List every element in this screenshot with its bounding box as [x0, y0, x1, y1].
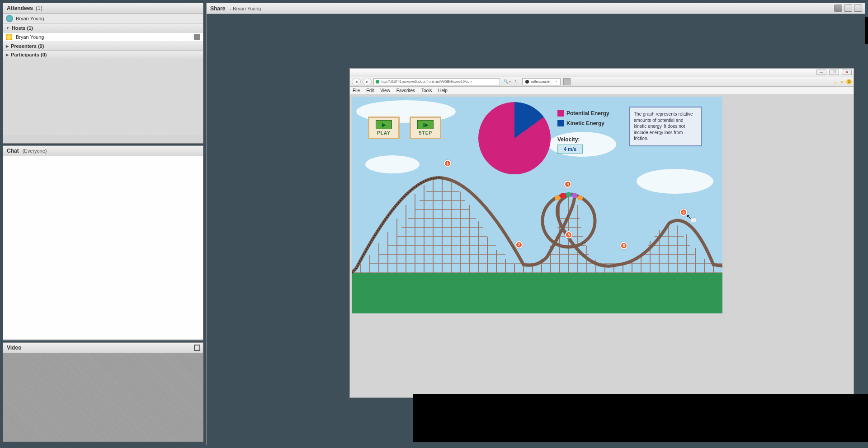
refresh-icon[interactable]: ↻ — [514, 79, 518, 84]
browser-tab[interactable]: rollercoaster × — [522, 78, 561, 85]
forward-button[interactable]: ► — [363, 78, 372, 86]
video-title: Video — [7, 345, 21, 351]
attendee-self-name: Bryan Young — [16, 16, 44, 21]
shared-browser-window: — ☐ ✕ ◄ ► http://d3tt741pwxqwn0.cloudfro… — [349, 68, 854, 398]
browser-menu-bar: File Edit View Favorites Tools Help — [350, 87, 854, 95]
address-url: http://d3tt741pwxqwn0.cloudfront.net/WGB… — [381, 79, 472, 84]
sim-ground — [352, 273, 722, 313]
participants-group-header[interactable]: ▶ Participants (0) — [3, 51, 203, 59]
share-pane: Share - Bryan Young — ☐ ✕ — [206, 3, 865, 445]
attendees-panel: Attendees (1) Bryan Young ▼ Hosts (1) Br… — [3, 3, 203, 144]
rollercoaster-sim: ▶ PLAY |▶ STEP — [352, 97, 722, 313]
chat-title: Chat — [7, 148, 19, 154]
chat-body[interactable] — [3, 156, 203, 339]
app-workspace: Attendees (1) Bryan Young ▼ Hosts (1) Br… — [0, 0, 868, 448]
chevron-right-icon: ▶ — [6, 44, 9, 48]
menu-tools[interactable]: Tools — [421, 88, 432, 93]
chevron-right-icon: ▶ — [6, 53, 9, 57]
chat-panel: Chat (Everyone) — [3, 145, 203, 341]
svg-point-61 — [566, 192, 571, 197]
tab-close-icon[interactable]: × — [555, 79, 557, 84]
back-button[interactable]: ◄ — [352, 78, 361, 86]
window-controls: — ☐ ✕ — [816, 70, 852, 75]
track-marker-3[interactable]: 3 — [565, 231, 572, 238]
svg-point-59 — [555, 195, 560, 201]
hosts-label: Hosts (1) — [12, 25, 33, 31]
presenters-group-header[interactable]: ▶ Presenters (0) — [3, 42, 203, 51]
track-graphic — [352, 97, 722, 277]
share-header: Share - Bryan Young — [207, 3, 865, 14]
attendees-empty-area — [3, 59, 203, 135]
host-icon — [6, 34, 12, 40]
svg-point-60 — [560, 193, 566, 198]
participants-label: Participants (0) — [11, 52, 47, 57]
mic-icon[interactable] — [194, 34, 200, 40]
page-content: ▶ PLAY |▶ STEP — [350, 95, 854, 397]
menu-help[interactable]: Help — [438, 88, 448, 93]
attendees-title: Attendees — [7, 5, 33, 11]
chat-header[interactable]: Chat (Everyone) — [3, 146, 203, 156]
svg-point-62 — [572, 193, 577, 198]
share-presenter: - Bryan Young — [230, 6, 261, 11]
search-icon[interactable]: 🔍 ▾ — [502, 79, 513, 84]
video-body — [3, 353, 203, 442]
track-marker-2[interactable]: 2 — [515, 241, 523, 248]
left-column: Attendees (1) Bryan Young ▼ Hosts (1) Br… — [3, 3, 203, 445]
share-content: — ☐ ✕ ◄ ► http://d3tt741pwxqwn0.cloudfro… — [207, 14, 865, 445]
share-title: Share — [210, 5, 225, 12]
cursor-tooltip-icon — [691, 218, 696, 222]
fullscreen-icon[interactable] — [194, 345, 200, 351]
fullscreen-button[interactable] — [854, 5, 862, 12]
video-panel: Video — [3, 342, 203, 442]
track-marker-5[interactable]: 5 — [620, 242, 627, 249]
host-name: Bryan Young — [16, 34, 44, 40]
chat-scope: (Everyone) — [23, 148, 47, 154]
tab-title: rollercoaster — [531, 79, 551, 84]
chevron-down-icon: ▼ — [6, 26, 9, 30]
window-titlebar[interactable]: — ☐ ✕ — [350, 69, 854, 77]
window-maximize-button[interactable]: ☐ — [829, 70, 839, 75]
tab-favicon-icon — [525, 80, 529, 84]
menu-favorites[interactable]: Favorites — [396, 88, 415, 93]
presenters-label: Presenters (0) — [11, 43, 44, 49]
video-header[interactable]: Video — [3, 343, 203, 353]
track-marker-4[interactable]: 4 — [564, 181, 571, 188]
attendees-count: (1) — [36, 5, 42, 11]
share-view-controls — [834, 5, 862, 12]
favorite-icon[interactable]: ★ — [840, 79, 844, 84]
view-mode-button[interactable] — [844, 5, 852, 12]
attendee-self-row[interactable]: Bryan Young — [3, 14, 203, 24]
hosts-group-header[interactable]: ▼ Hosts (1) — [3, 24, 203, 33]
feedback-icon[interactable]: ☺ — [846, 79, 852, 84]
browser-toolbar: ◄ ► http://d3tt741pwxqwn0.cloudfront.net… — [350, 77, 854, 87]
share-black-bottom — [413, 394, 868, 442]
menu-view[interactable]: View — [380, 88, 390, 93]
svg-point-63 — [577, 195, 583, 201]
window-minimize-button[interactable]: — — [816, 70, 826, 75]
view-mode-button[interactable] — [834, 5, 842, 12]
speaker-icon — [6, 15, 13, 22]
menu-file[interactable]: File — [353, 88, 360, 93]
toolbar-right: ⌂ ★ ☺ — [834, 79, 852, 84]
home-icon[interactable]: ⌂ — [834, 79, 838, 84]
address-bar[interactable]: http://d3tt741pwxqwn0.cloudfront.net/WGB… — [373, 78, 500, 85]
menu-edit[interactable]: Edit — [366, 88, 374, 93]
globe-icon — [376, 80, 379, 84]
host-row[interactable]: Bryan Young — [3, 33, 203, 42]
window-close-button[interactable]: ✕ — [842, 70, 852, 75]
track-marker-1[interactable]: 1 — [444, 160, 451, 167]
new-tab-button[interactable] — [563, 78, 571, 85]
attendees-header[interactable]: Attendees (1) — [3, 3, 203, 14]
